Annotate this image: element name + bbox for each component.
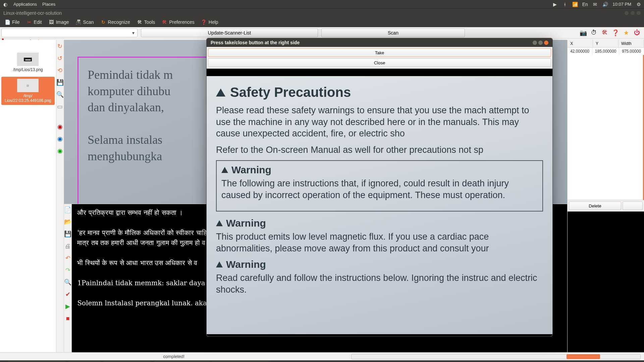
- thumbnail-image: ▬▬: [17, 53, 39, 66]
- menu-scan[interactable]: 📠Scan: [73, 18, 97, 26]
- cell-y: 185.000000: [592, 48, 619, 55]
- scan-button[interactable]: Scan: [321, 28, 465, 37]
- undo-icon[interactable]: ↶: [64, 254, 71, 262]
- thumbnail-item[interactable]: ▬▬ /tmp/Lios/13.png: [11, 51, 45, 73]
- update-scanner-list-button[interactable]: Update-Scanner-List: [141, 28, 318, 37]
- wifi-icon[interactable]: 📶: [572, 2, 578, 7]
- power-menu-icon[interactable]: ⚙: [636, 2, 641, 7]
- menubar: 📄File ✂Edit 🖼Image 📠Scan ↻Recognize 🛠Too…: [0, 17, 644, 27]
- minimize-button[interactable]: [625, 11, 629, 15]
- image-tools-toolbar: ↻ ↺ ⟲ 💾 🔍 ▭ ◉ ◉ ◉: [56, 40, 64, 352]
- save-image-icon[interactable]: 💾: [56, 79, 64, 86]
- preview-black-box: [568, 212, 644, 352]
- col-y: Y: [593, 40, 619, 47]
- window-titlebar: Linux-intelligent-ocr-solution: [0, 8, 644, 17]
- timer-icon[interactable]: ⏱: [590, 29, 598, 37]
- spellcheck-icon[interactable]: ✔: [64, 291, 71, 298]
- menu-file[interactable]: 📄File: [2, 18, 22, 26]
- region-list[interactable]: [568, 55, 644, 200]
- menu-image[interactable]: 🖼Image: [46, 18, 72, 26]
- gnome-taskbar: ▣ ◑[Linux-Intelligent-Ocr-… 📁[Desktop] 💻…: [0, 360, 644, 362]
- rotate-180-icon[interactable]: ⟲: [56, 67, 64, 74]
- preferences-icon: 🛠: [162, 19, 167, 25]
- warning-triangle-icon: [216, 220, 223, 226]
- cell-w: 975.00000: [619, 48, 644, 55]
- gnome-places[interactable]: Places: [42, 2, 55, 7]
- close-button[interactable]: Close: [208, 58, 551, 67]
- thumbnail-image: ▤: [17, 79, 39, 92]
- window-controls: [625, 11, 641, 15]
- image-icon: 🖼: [49, 19, 54, 25]
- scanner-toolbar: ▾ Update-Scanner-List Scan 📷 ⏱ 🛠 ❓ ★ ⏻: [0, 27, 644, 39]
- help-toolbar-icon[interactable]: ❓: [612, 29, 619, 37]
- ubuntu-logo-icon[interactable]: ◐: [3, 2, 8, 7]
- status-message: completed!: [0, 354, 348, 359]
- maximize-button[interactable]: [631, 11, 635, 15]
- region-blue-icon[interactable]: ◉: [56, 135, 64, 142]
- warning-triangle-icon: [221, 167, 228, 173]
- warning-triangle-icon: [216, 88, 225, 97]
- play-icon[interactable]: ▶: [64, 303, 71, 310]
- volume-icon[interactable]: 🔊: [602, 2, 608, 7]
- redo-icon[interactable]: ↷: [64, 266, 71, 274]
- region-table-row[interactable]: 42.000000 185.000000 975.00000: [568, 48, 644, 55]
- scan-icon: 📠: [76, 19, 81, 25]
- stop-icon[interactable]: ■: [64, 315, 71, 322]
- find-icon[interactable]: 🔍: [64, 279, 71, 286]
- cell-x: 42.000000: [568, 48, 592, 55]
- camera-icon[interactable]: 📷: [580, 29, 587, 37]
- preview-document: Safety Precautions Please read these saf…: [207, 76, 552, 334]
- delete-region-button[interactable]: Delete: [569, 201, 621, 210]
- print-icon[interactable]: 🖨: [64, 242, 71, 250]
- star-icon[interactable]: ★: [623, 29, 630, 37]
- region-red-icon[interactable]: ◉: [56, 123, 64, 130]
- thumbnail-item-selected[interactable]: ▤ /tmp/ Lios/22:03:25.449186.png: [1, 77, 55, 105]
- tools-icon: 🛠: [137, 19, 142, 25]
- save-text-icon[interactable]: 💾: [64, 230, 71, 238]
- gnome-top-panel: ◐ Applications Places ▶ ᚼ 📶 En ✉ 🔊 10:07…: [0, 0, 644, 8]
- thumbnail-path: /tmp/ Lios/22:03:25.449186.png: [5, 94, 51, 103]
- region-table-header: X Y Width: [568, 40, 644, 48]
- region-green-icon[interactable]: ◉: [56, 147, 64, 155]
- settings-icon[interactable]: 🛠: [601, 29, 608, 37]
- dialog-close-button[interactable]: [544, 41, 548, 45]
- scanner-dropdown[interactable]: ▾: [1, 28, 138, 37]
- progress-bar: [351, 354, 641, 359]
- keyboard-lang-icon[interactable]: En: [582, 2, 588, 7]
- chevron-down-icon: ▾: [132, 30, 135, 36]
- take-close-dialog: Press take/close button at the right sid…: [206, 38, 553, 337]
- rotate-right-icon[interactable]: ↻: [56, 43, 64, 50]
- recognize-icon: ↻: [101, 19, 106, 25]
- warning-triangle-icon: [216, 261, 223, 267]
- dialog-minimize-button[interactable]: [533, 41, 537, 45]
- thumbnail-panel: ▬▬ /tmp/Lios/13.png ▤ /tmp/ Lios/22:03:2…: [0, 40, 56, 352]
- take-button[interactable]: Take: [208, 48, 551, 57]
- file-icon: 📄: [5, 19, 10, 25]
- open-text-icon[interactable]: 📂: [64, 218, 71, 226]
- empty-region-button[interactable]: [623, 201, 643, 210]
- camera-preview: Safety Precautions Please read these saf…: [207, 69, 552, 336]
- bluetooth-icon[interactable]: ᚼ: [562, 2, 568, 7]
- close-button[interactable]: [637, 11, 641, 15]
- messages-icon[interactable]: ✉: [592, 2, 598, 7]
- gnome-applications[interactable]: Applications: [13, 2, 37, 7]
- menu-recognize[interactable]: ↻Recognize: [98, 18, 133, 26]
- rotate-left-icon[interactable]: ↺: [56, 55, 64, 62]
- zoom-icon[interactable]: 🔍: [56, 91, 64, 98]
- window-title: Linux-intelligent-ocr-solution: [3, 10, 62, 16]
- menu-tools[interactable]: 🛠Tools: [134, 18, 158, 26]
- fit-window-icon[interactable]: ▭: [56, 103, 64, 110]
- clock[interactable]: 10:07 PM: [612, 2, 631, 7]
- new-text-icon[interactable]: 📄: [64, 206, 71, 214]
- mail-tray-icon[interactable]: ▶: [552, 2, 557, 7]
- power-icon[interactable]: ⏻: [633, 29, 641, 37]
- dialog-title: Press take/close button at the right sid…: [211, 40, 300, 45]
- col-x: X: [568, 40, 593, 47]
- dialog-titlebar[interactable]: Press take/close button at the right sid…: [207, 38, 552, 47]
- menu-edit[interactable]: ✂Edit: [24, 18, 45, 26]
- menu-preferences[interactable]: 🛠Preferences: [159, 18, 197, 26]
- edit-icon: ✂: [26, 19, 32, 25]
- menu-help[interactable]: ❓Help: [199, 18, 221, 26]
- col-w: Width: [619, 40, 644, 47]
- dialog-maximize-button[interactable]: [538, 41, 543, 45]
